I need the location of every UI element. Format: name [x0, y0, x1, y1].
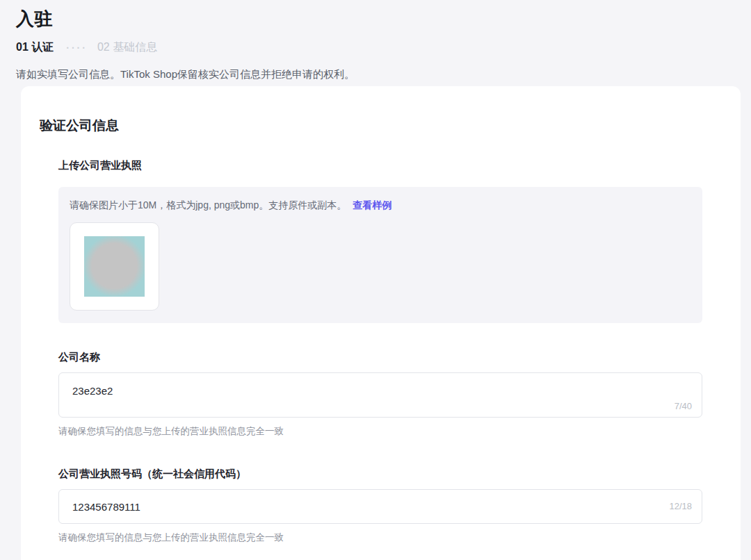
company-name-inputbox: 7/40: [58, 372, 702, 418]
page-description: 请如实填写公司信息。TikTok Shop保留核实公司信息并拒绝申请的权利。: [16, 68, 751, 81]
step-2-basic-info: 02 基础信息: [97, 40, 157, 55]
upload-license-label: 上传公司营业执照: [58, 159, 702, 172]
step-indicator: 01 认证 ···· 02 基础信息: [16, 40, 751, 55]
company-name-helper: 请确保您填写的信息与您上传的营业执照信息完全一致: [58, 425, 702, 438]
view-sample-link[interactable]: 查看样例: [353, 199, 391, 211]
license-preview-image: [84, 236, 145, 297]
license-number-counter: 12/18: [669, 501, 692, 511]
card-title: 验证公司信息: [40, 117, 702, 135]
step-1-certification: 01 认证: [16, 40, 54, 55]
company-verification-card: 验证公司信息 上传公司营业执照 请确保图片小于10M，格式为jpg, png或b…: [21, 86, 741, 560]
page-header: 入驻 01 认证 ···· 02 基础信息 请如实填写公司信息。TikTok S…: [0, 0, 751, 81]
company-name-label: 公司名称: [58, 351, 702, 364]
step-separator-dots: ····: [66, 42, 88, 53]
page-title: 入驻: [16, 7, 751, 31]
license-number-helper: 请确保您填写的信息与您上传的营业执照信息完全一致: [58, 532, 702, 544]
license-number-input[interactable]: [59, 490, 573, 523]
company-name-counter: 7/40: [675, 401, 692, 411]
upload-hint-row: 请确保图片小于10M，格式为jpg, png或bmp。支持原件或副本。查看样例: [70, 199, 691, 212]
upload-hint-text: 请确保图片小于10M，格式为jpg, png或bmp。支持原件或副本。: [70, 199, 346, 211]
license-thumbnail[interactable]: [70, 222, 159, 311]
license-number-label: 公司营业执照号码（统一社会信用代码）: [58, 468, 702, 481]
upload-panel: 请确保图片小于10M，格式为jpg, png或bmp。支持原件或副本。查看样例: [58, 187, 702, 323]
license-number-inputbox: 12/18: [58, 489, 702, 524]
company-name-input[interactable]: [59, 383, 573, 398]
